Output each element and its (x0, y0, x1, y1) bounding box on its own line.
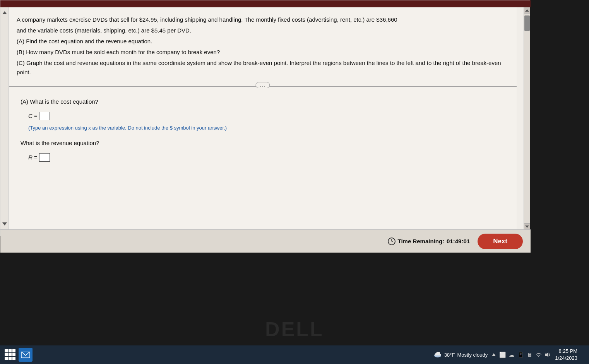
weather-widget[interactable]: 38°F Mostly cloudy (433, 351, 488, 358)
scroll-down-arrow[interactable] (2, 222, 7, 226)
scroll-up-arrow[interactable] (2, 11, 7, 14)
cost-equation-row: C = (28, 111, 505, 121)
dell-logo-area: DELL (265, 318, 324, 341)
part-a-question: (A) What is the cost equation? (21, 96, 505, 107)
time-value: 01:49:01 (447, 238, 470, 244)
cost-input[interactable] (39, 112, 50, 120)
start-grid-icon (5, 349, 15, 360)
revenue-question: What is the revenue equation? (21, 138, 505, 148)
taskbar-clock[interactable]: 8:25 PM 1/24/2023 (555, 348, 577, 362)
weather-temp: 38°F (444, 352, 455, 358)
volume-icon[interactable] (545, 352, 551, 357)
clock-icon (388, 238, 396, 245)
problem-part-b: (B) How many DVDs must be sold each mont… (17, 48, 505, 57)
svg-marker-0 (525, 9, 529, 12)
scrollbar-thumb[interactable] (524, 15, 530, 31)
tray-expand-icon[interactable] (491, 352, 496, 357)
tray-icon-4: 🖥 (527, 352, 532, 358)
problem-text: A company markets exercise DVDs that sel… (9, 7, 517, 84)
answer-section: (A) What is the cost equation? C = (Type… (9, 89, 517, 173)
svg-marker-1 (525, 226, 529, 228)
bottom-action-bar: Time Remaining: 01:49:01 Next (0, 229, 531, 253)
taskbar-time: 8:25 PM (555, 348, 577, 355)
weather-icon (433, 351, 442, 358)
svg-marker-9 (492, 353, 496, 356)
revenue-label: R (28, 152, 33, 162)
tray-icon-1: ⬜ (499, 352, 506, 358)
wifi-icon (536, 352, 542, 357)
weather-desc: Mostly cloudy (457, 352, 488, 358)
title-bar (0, 0, 531, 7)
tray-icon-3: 📱 (517, 352, 524, 358)
revenue-input[interactable] (39, 153, 50, 162)
show-desktop-button[interactable] (583, 348, 586, 362)
revenue-equation-row: R = (28, 152, 505, 162)
revenue-equals: = (34, 152, 38, 162)
dell-logo: DELL (265, 318, 324, 341)
system-tray: ⬜ ☁ 📱 🖥 (491, 352, 551, 358)
time-remaining: Time Remaining: 01:49:01 (388, 238, 470, 245)
left-nav (0, 7, 9, 229)
tray-icon-2: ☁ (509, 352, 514, 358)
next-button[interactable]: Next (478, 234, 523, 249)
problem-line1: A company markets exercise DVDs that sel… (17, 15, 505, 24)
content-area: A company markets exercise DVDs that sel… (9, 7, 517, 229)
problem-part-a: (A) Find the cost equation and the reven… (17, 37, 505, 46)
main-window: A company markets exercise DVDs that sel… (0, 0, 530, 236)
scrollbar-down[interactable] (524, 223, 530, 229)
scrollbar-up[interactable] (524, 7, 530, 14)
cost-label: C (28, 111, 33, 121)
mail-taskbar-button[interactable] (19, 348, 33, 362)
mail-icon (21, 352, 30, 358)
time-label: Time Remaining: (398, 238, 445, 244)
problem-part-c: (C) Graph the cost and revenue equations… (17, 58, 505, 77)
taskbar: 38°F Mostly cloudy ⬜ ☁ 📱 🖥 (0, 345, 589, 364)
start-button[interactable] (3, 348, 17, 362)
divider: ... (9, 86, 517, 87)
scrollbar (524, 7, 530, 229)
problem-line2: and the variable costs (materials, shipp… (17, 26, 505, 35)
expand-button[interactable]: ... (255, 82, 270, 88)
cost-hint: (Type an expression using x as the varia… (28, 123, 505, 132)
taskbar-right: 38°F Mostly cloudy ⬜ ☁ 📱 🖥 (433, 348, 586, 362)
cost-equals: = (34, 111, 38, 121)
taskbar-date: 1/24/2023 (555, 355, 577, 362)
svg-marker-10 (545, 352, 548, 357)
